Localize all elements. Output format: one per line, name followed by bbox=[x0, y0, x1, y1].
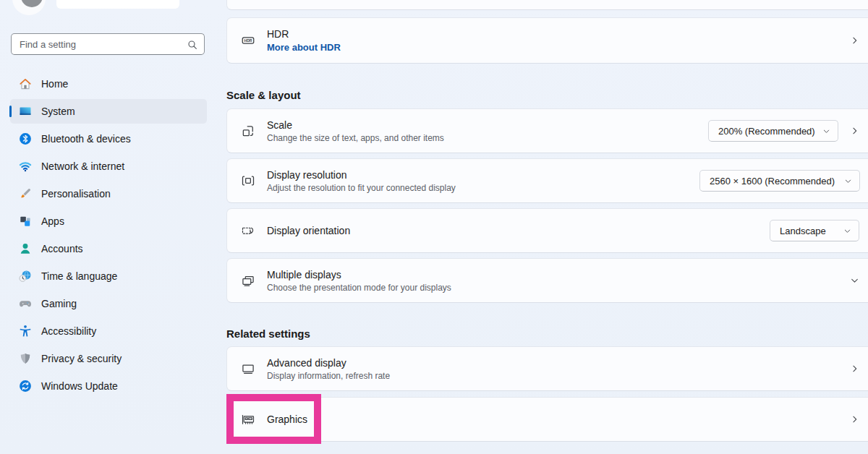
accessibility-person-icon bbox=[18, 324, 33, 338]
row-subtitle: Display information, refresh rate bbox=[267, 371, 390, 381]
sidebar-item-label: System bbox=[41, 106, 75, 117]
gamepad-icon bbox=[18, 296, 33, 311]
partial-setting-row[interactable] bbox=[226, 0, 868, 10]
sidebar-item-label: Time & language bbox=[41, 270, 117, 282]
multiple-displays-row[interactable]: Multiple displays Choose the presentatio… bbox=[226, 258, 868, 303]
chevron-down-icon bbox=[843, 227, 851, 235]
sidebar-item-label: Windows Update bbox=[41, 380, 118, 392]
person-icon bbox=[18, 241, 33, 256]
chevron-right-icon bbox=[850, 36, 859, 46]
resolution-dropdown-value: 2560 × 1600 (Recommended) bbox=[710, 176, 835, 187]
hdr-icon: HDR bbox=[241, 33, 255, 48]
chevron-right-icon bbox=[850, 127, 859, 136]
hdr-row[interactable]: HDR HDR More about HDR bbox=[226, 17, 868, 64]
chevron-down-icon bbox=[844, 177, 852, 185]
sidebar-item-time-language[interactable]: Time & language bbox=[10, 264, 207, 288]
sidebar-item-network-internet[interactable]: Network & internet bbox=[10, 154, 207, 179]
orientation-dropdown[interactable]: Landscape bbox=[770, 220, 859, 241]
sidebar-item-accessibility[interactable]: Accessibility bbox=[10, 319, 207, 343]
row-subtitle: Adjust the resolution to fit your connec… bbox=[267, 183, 456, 193]
row-title: Display resolution bbox=[267, 169, 456, 181]
display-resolution-row[interactable]: Display resolution Adjust the resolution… bbox=[226, 158, 868, 203]
wifi-icon bbox=[18, 159, 33, 174]
sidebar-item-label: Accounts bbox=[41, 243, 83, 254]
sidebar-item-system[interactable]: System bbox=[10, 99, 207, 124]
chevron-right-icon bbox=[850, 415, 859, 424]
sidebar-item-label: Personalisation bbox=[41, 188, 111, 200]
paintbrush-icon bbox=[18, 187, 33, 201]
sidebar-item-label: Gaming bbox=[41, 298, 77, 309]
scale-dropdown-value: 200% (Recommended) bbox=[718, 126, 815, 137]
chevron-right-icon bbox=[850, 364, 859, 374]
apps-icon bbox=[18, 214, 33, 228]
sidebar-item-label: Bluetooth & devices bbox=[41, 133, 131, 145]
sidebar-item-bluetooth-devices[interactable]: Bluetooth & devices bbox=[10, 127, 207, 151]
scale-row[interactable]: Scale Change the size of text, apps, and… bbox=[226, 108, 868, 153]
graphics-highlight-box bbox=[226, 394, 321, 444]
account-name-placeholder bbox=[56, 0, 179, 9]
resolution-dropdown[interactable]: 2560 × 1600 (Recommended) bbox=[699, 170, 860, 192]
graphics-row[interactable]: Graphics bbox=[226, 397, 868, 442]
display-orientation-icon bbox=[241, 223, 255, 238]
advanced-display-row[interactable]: Advanced display Display information, re… bbox=[226, 346, 868, 391]
sidebar-item-apps[interactable]: Apps bbox=[10, 209, 207, 234]
chevron-down-icon bbox=[822, 127, 830, 135]
system-icon bbox=[18, 104, 33, 119]
update-icon bbox=[18, 379, 33, 393]
sidebar-item-label: Apps bbox=[41, 215, 64, 227]
sidebar-item-label: Accessibility bbox=[41, 325, 96, 337]
row-title: Advanced display bbox=[267, 357, 390, 369]
sidebar-item-home[interactable]: Home bbox=[10, 72, 207, 96]
display-orientation-row[interactable]: Display orientation Landscape bbox=[226, 208, 868, 253]
row-subtitle: Change the size of text, apps, and other… bbox=[267, 133, 444, 143]
section-heading-scale-layout: Scale & layout bbox=[226, 89, 301, 101]
settings-sidebar: Home System Bluetooth & devices bbox=[0, 0, 226, 454]
svg-text:HDR: HDR bbox=[244, 38, 252, 43]
search-icon bbox=[187, 39, 198, 51]
sidebar-item-personalisation[interactable]: Personalisation bbox=[10, 181, 207, 206]
chevron-down-icon bbox=[850, 276, 859, 286]
row-title: Multiple displays bbox=[267, 269, 451, 280]
bluetooth-icon bbox=[18, 132, 33, 146]
scale-dropdown[interactable]: 200% (Recommended) bbox=[708, 120, 838, 142]
search-box[interactable] bbox=[11, 33, 205, 55]
search-input[interactable] bbox=[12, 34, 204, 54]
row-title: Scale bbox=[267, 119, 444, 131]
sidebar-item-label: Network & internet bbox=[41, 160, 124, 172]
sidebar-item-gaming[interactable]: Gaming bbox=[10, 291, 207, 316]
sidebar-nav: Home System Bluetooth & devices bbox=[0, 72, 226, 401]
sidebar-item-windows-update[interactable]: Windows Update bbox=[10, 374, 207, 398]
scale-icon bbox=[241, 124, 255, 138]
more-about-hdr-link[interactable]: More about HDR bbox=[267, 42, 341, 53]
section-heading-related-settings: Related settings bbox=[226, 327, 310, 340]
clock-globe-icon bbox=[18, 269, 33, 283]
sidebar-item-label: Privacy & security bbox=[41, 353, 122, 364]
display-resolution-icon bbox=[241, 174, 255, 188]
advanced-display-icon bbox=[241, 361, 255, 376]
sidebar-item-label: Home bbox=[41, 78, 68, 90]
multiple-displays-icon bbox=[241, 273, 255, 288]
row-title: HDR bbox=[267, 28, 341, 40]
sidebar-item-accounts[interactable]: Accounts bbox=[10, 236, 207, 261]
shield-icon bbox=[18, 351, 33, 366]
sidebar-item-privacy-security[interactable]: Privacy & security bbox=[10, 346, 207, 371]
home-icon bbox=[18, 77, 33, 91]
row-title: Display orientation bbox=[267, 225, 350, 236]
orientation-dropdown-value: Landscape bbox=[780, 226, 826, 236]
row-subtitle: Choose the presentation mode for your di… bbox=[267, 283, 451, 293]
